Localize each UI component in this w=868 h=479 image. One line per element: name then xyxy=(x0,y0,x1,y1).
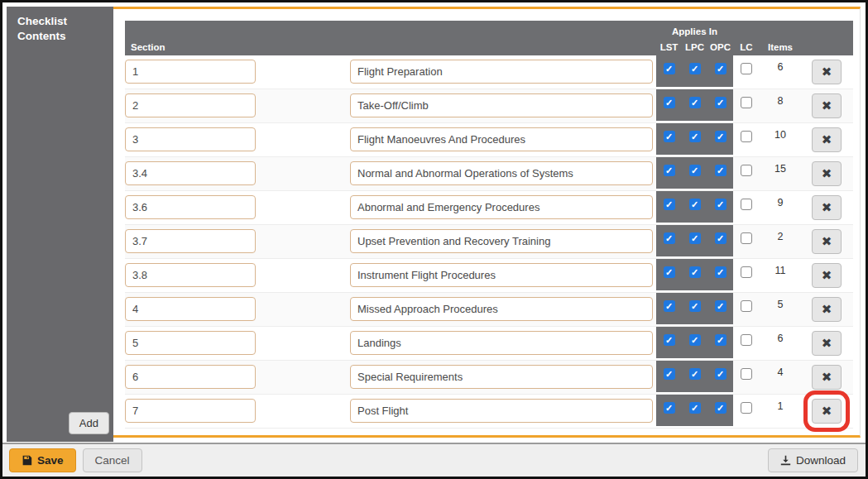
delete-row-button[interactable]: ✖ xyxy=(812,263,842,288)
opc-checkbox[interactable]: ✓ xyxy=(715,97,727,108)
section-name-input[interactable] xyxy=(350,161,653,185)
lc-checkbox[interactable] xyxy=(741,402,752,414)
lc-checkbox[interactable] xyxy=(741,368,752,380)
lc-cell xyxy=(733,157,760,190)
lpc-checkbox[interactable]: ✓ xyxy=(689,300,701,312)
column-header-section: Section xyxy=(125,42,350,55)
lc-checkbox[interactable] xyxy=(741,300,752,312)
section-name-input[interactable] xyxy=(350,195,653,219)
delete-row-button[interactable]: ✖ xyxy=(812,399,842,424)
lpc-checkbox[interactable]: ✓ xyxy=(689,131,701,142)
lc-checkbox[interactable] xyxy=(741,131,752,142)
section-number-input[interactable] xyxy=(125,399,256,423)
opc-cell: ✓ xyxy=(707,395,733,428)
cancel-button[interactable]: Cancel xyxy=(83,448,142,472)
download-button[interactable]: Download xyxy=(768,448,858,472)
lc-checkbox[interactable] xyxy=(741,63,752,74)
lst-cell: ✓ xyxy=(656,191,682,224)
opc-cell: ✓ xyxy=(707,225,733,258)
opc-checkbox[interactable]: ✓ xyxy=(715,368,727,380)
lpc-checkbox[interactable]: ✓ xyxy=(689,402,701,414)
page-title: Checklist Contents xyxy=(7,7,113,51)
delete-row-button[interactable]: ✖ xyxy=(812,195,842,220)
lst-checkbox[interactable]: ✓ xyxy=(664,199,675,210)
lpc-checkbox[interactable]: ✓ xyxy=(689,97,701,108)
save-button[interactable]: Save xyxy=(9,448,76,472)
section-number-input[interactable] xyxy=(125,161,256,185)
lpc-checkbox[interactable]: ✓ xyxy=(689,266,701,278)
section-name-input[interactable] xyxy=(350,263,653,287)
opc-checkbox[interactable]: ✓ xyxy=(715,300,727,312)
opc-checkbox[interactable]: ✓ xyxy=(715,199,727,210)
opc-checkbox[interactable]: ✓ xyxy=(715,232,727,244)
section-number-input[interactable] xyxy=(125,229,256,253)
delete-row-button[interactable]: ✖ xyxy=(812,93,842,118)
lc-checkbox[interactable] xyxy=(741,266,752,278)
items-count: 6 xyxy=(760,61,801,73)
lc-checkbox[interactable] xyxy=(741,199,752,210)
lst-checkbox[interactable]: ✓ xyxy=(664,97,675,108)
lst-cell: ✓ xyxy=(656,293,682,326)
section-number-input[interactable] xyxy=(125,365,256,389)
lpc-checkbox[interactable]: ✓ xyxy=(689,334,701,346)
lc-checkbox[interactable] xyxy=(741,97,752,108)
column-header-lst: LST xyxy=(656,42,682,55)
opc-checkbox[interactable]: ✓ xyxy=(715,131,727,142)
opc-checkbox[interactable]: ✓ xyxy=(715,165,727,176)
lpc-cell: ✓ xyxy=(682,361,707,394)
section-name-input[interactable] xyxy=(350,297,653,321)
checklist-panel: Applies In Section LST LPC OPC LC Items … xyxy=(113,7,861,438)
lpc-cell: ✓ xyxy=(682,259,707,292)
lst-checkbox[interactable]: ✓ xyxy=(664,165,675,176)
opc-checkbox[interactable]: ✓ xyxy=(715,402,727,414)
delete-row-button[interactable]: ✖ xyxy=(812,161,842,186)
section-number-input[interactable] xyxy=(125,297,256,321)
lc-checkbox[interactable] xyxy=(741,334,752,346)
delete-row-button[interactable]: ✖ xyxy=(812,331,842,356)
section-number-input[interactable] xyxy=(125,195,256,219)
table-row: ✓ ✓ ✓ 5 ✖ xyxy=(125,293,853,327)
lst-checkbox[interactable]: ✓ xyxy=(664,63,675,74)
section-number-input[interactable] xyxy=(125,93,256,117)
lpc-checkbox[interactable]: ✓ xyxy=(689,63,701,74)
section-name-input[interactable] xyxy=(350,365,653,389)
lpc-checkbox[interactable]: ✓ xyxy=(689,232,701,244)
lpc-checkbox[interactable]: ✓ xyxy=(689,165,701,176)
delete-row-button[interactable]: ✖ xyxy=(812,297,842,322)
opc-cell: ✓ xyxy=(707,191,733,224)
lc-checkbox[interactable] xyxy=(741,232,752,244)
lst-checkbox[interactable]: ✓ xyxy=(664,334,675,346)
lst-checkbox[interactable]: ✓ xyxy=(664,232,675,244)
section-name-input[interactable] xyxy=(350,60,653,84)
lc-checkbox[interactable] xyxy=(741,165,752,176)
delete-row-button[interactable]: ✖ xyxy=(812,229,842,254)
lpc-cell: ✓ xyxy=(682,123,707,156)
lst-checkbox[interactable]: ✓ xyxy=(664,402,675,414)
lc-cell xyxy=(733,89,760,122)
opc-checkbox[interactable]: ✓ xyxy=(715,334,727,346)
delete-row-button[interactable]: ✖ xyxy=(812,365,842,390)
section-number-input[interactable] xyxy=(125,331,256,355)
lst-checkbox[interactable]: ✓ xyxy=(664,131,675,142)
add-section-button[interactable]: Add xyxy=(69,412,109,434)
section-name-input[interactable] xyxy=(350,331,653,355)
section-number-input[interactable] xyxy=(125,263,256,287)
section-name-input[interactable] xyxy=(350,93,653,117)
lst-checkbox[interactable]: ✓ xyxy=(664,300,675,312)
opc-checkbox[interactable]: ✓ xyxy=(715,266,727,278)
lst-checkbox[interactable]: ✓ xyxy=(664,266,675,278)
lpc-checkbox[interactable]: ✓ xyxy=(689,368,701,380)
table-row: ✓ ✓ ✓ 15 ✖ xyxy=(125,157,853,191)
section-name-input[interactable] xyxy=(350,229,653,253)
delete-row-button[interactable]: ✖ xyxy=(812,60,842,84)
opc-checkbox[interactable]: ✓ xyxy=(715,63,727,74)
lst-cell: ✓ xyxy=(656,157,682,190)
lst-checkbox[interactable]: ✓ xyxy=(664,368,675,380)
section-name-input[interactable] xyxy=(350,399,653,423)
section-number-input[interactable] xyxy=(125,127,256,151)
section-name-input[interactable] xyxy=(350,127,653,151)
delete-row-button[interactable]: ✖ xyxy=(812,127,842,152)
lpc-checkbox[interactable]: ✓ xyxy=(689,199,701,210)
section-number-input[interactable] xyxy=(125,60,256,84)
items-count: 5 xyxy=(760,299,801,310)
